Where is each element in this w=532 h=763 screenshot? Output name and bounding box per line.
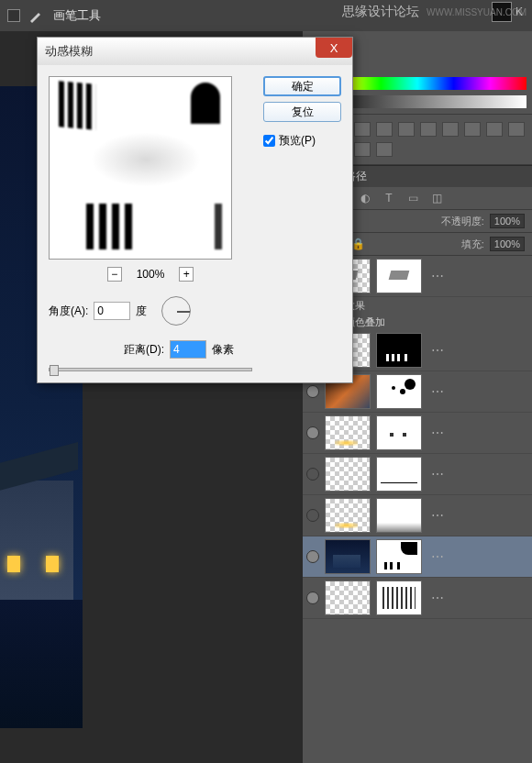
angle-dial[interactable] xyxy=(161,296,191,326)
opacity-value[interactable]: 100% xyxy=(490,214,525,228)
panel-icon[interactable] xyxy=(442,122,459,137)
layer-more-icon[interactable]: ⋯ xyxy=(431,508,444,523)
distance-input[interactable] xyxy=(170,340,206,359)
angle-input[interactable] xyxy=(94,302,130,320)
layer-more-icon[interactable]: ⋯ xyxy=(431,269,444,283)
visibility-toggle[interactable] xyxy=(306,426,319,439)
layer-row[interactable]: ⋯ xyxy=(303,578,532,619)
distance-label: 距离(D): xyxy=(124,342,164,358)
fill-value[interactable]: 100% xyxy=(490,237,525,251)
smart-icon[interactable]: ◫ xyxy=(429,191,444,205)
tool-label: 画笔工具 xyxy=(53,7,101,24)
layer-more-icon[interactable]: ⋯ xyxy=(431,467,444,481)
panel-icon[interactable] xyxy=(376,142,393,157)
visibility-toggle[interactable] xyxy=(306,550,319,563)
visibility-toggle[interactable] xyxy=(306,509,319,522)
layer-mask[interactable] xyxy=(376,581,422,615)
zoom-level: 100% xyxy=(137,268,165,281)
layer-thumb[interactable] xyxy=(325,457,371,492)
opacity-label: 不透明度: xyxy=(441,215,484,228)
layer-mask[interactable] xyxy=(376,415,422,450)
layer-row-selected[interactable]: ⋯ xyxy=(303,536,532,578)
tool-checkbox[interactable] xyxy=(7,9,20,22)
panel-icon[interactable] xyxy=(354,142,371,157)
panel-icon[interactable] xyxy=(508,122,525,137)
layer-mask[interactable] xyxy=(376,333,422,368)
panel-icon[interactable] xyxy=(420,122,437,137)
layer-mask[interactable] xyxy=(376,498,422,533)
distance-unit: 像素 xyxy=(212,342,234,358)
layer-more-icon[interactable]: ⋯ xyxy=(431,426,444,440)
panel-icon[interactable] xyxy=(376,122,393,137)
reset-button[interactable]: 复位 xyxy=(263,102,341,122)
layer-row[interactable]: ⋯ xyxy=(303,413,532,454)
layer-more-icon[interactable]: ⋯ xyxy=(431,549,444,564)
preview-canvas[interactable] xyxy=(49,76,232,260)
panel-icon[interactable] xyxy=(464,122,481,137)
shape-icon[interactable]: ▭ xyxy=(405,191,420,205)
layer-mask[interactable] xyxy=(376,374,422,409)
angle-label: 角度(A): xyxy=(49,304,88,319)
ok-button[interactable]: 确定 xyxy=(263,76,341,96)
layer-thumb[interactable] xyxy=(325,539,371,574)
visibility-toggle[interactable] xyxy=(306,385,319,398)
slider-thumb[interactable] xyxy=(50,365,59,376)
distance-slider[interactable] xyxy=(49,368,252,371)
angle-unit: 度 xyxy=(136,304,147,319)
layer-row[interactable]: ⋯ xyxy=(303,454,532,495)
brush-icon xyxy=(28,6,46,25)
layer-row[interactable]: ⋯ xyxy=(303,495,532,536)
fill-label: 填充: xyxy=(461,238,484,251)
layer-mask[interactable] xyxy=(376,259,422,293)
layer-mask[interactable] xyxy=(376,457,422,492)
watermark: 思缘设计论坛 WWW.MISSYUAN.COM xyxy=(342,4,526,20)
layer-thumb[interactable] xyxy=(325,581,371,615)
preview-label: 预览(P) xyxy=(279,133,316,149)
layer-more-icon[interactable]: ⋯ xyxy=(431,591,444,605)
layer-thumb[interactable] xyxy=(325,498,371,533)
layer-more-icon[interactable]: ⋯ xyxy=(431,384,444,399)
close-button[interactable]: X xyxy=(316,38,352,58)
layer-more-icon[interactable]: ⋯ xyxy=(431,343,444,358)
dialog-title: 动感模糊 xyxy=(45,43,93,60)
zoom-out-button[interactable]: − xyxy=(107,267,122,282)
adjust-icon[interactable]: ◐ xyxy=(358,191,372,205)
preview-checkbox[interactable] xyxy=(263,135,275,147)
panel-icon[interactable] xyxy=(398,122,415,137)
visibility-toggle[interactable] xyxy=(306,468,319,481)
panel-icon[interactable] xyxy=(354,122,371,137)
dialog-titlebar[interactable]: 动感模糊 X xyxy=(38,38,352,65)
visibility-toggle[interactable] xyxy=(306,592,319,604)
type-icon[interactable]: T xyxy=(382,191,396,205)
motion-blur-dialog: 动感模糊 X − 100% + 角度(A): 度 xyxy=(37,37,353,383)
layer-thumb[interactable] xyxy=(325,415,371,450)
panel-icon[interactable] xyxy=(486,122,503,137)
zoom-in-button[interactable]: + xyxy=(179,267,194,282)
preview-checkbox-row[interactable]: 预览(P) xyxy=(263,133,341,149)
layer-mask-selected[interactable] xyxy=(376,539,422,574)
